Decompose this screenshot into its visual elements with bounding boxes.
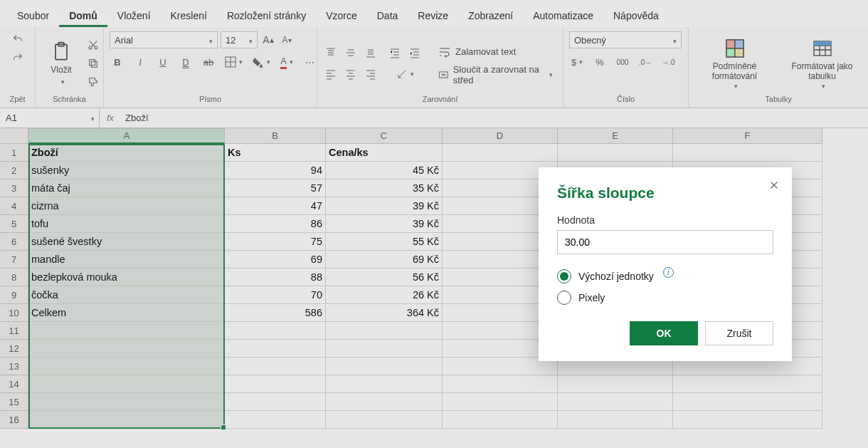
underline-button[interactable]: U <box>155 54 171 70</box>
borders-button[interactable] <box>223 54 244 70</box>
cell-B8[interactable]: 88 <box>225 269 326 286</box>
cell-C4[interactable]: 39 Kč <box>326 197 443 215</box>
menu-tab-soubor[interactable]: Soubor <box>7 3 59 27</box>
copy-button[interactable] <box>85 56 101 71</box>
row-header-8[interactable]: 8 <box>0 269 28 286</box>
col-header-C[interactable]: C <box>326 128 443 144</box>
cell-C13[interactable] <box>326 358 443 375</box>
cell-A15[interactable] <box>28 393 225 411</box>
name-box[interactable]: A1 <box>0 108 100 127</box>
row-header-3[interactable]: 3 <box>0 179 28 197</box>
cell-C1[interactable]: Cena/ks <box>326 144 443 162</box>
format-as-table-button[interactable]: Formátovat jako tabulku <box>782 36 862 90</box>
row-header-10[interactable]: 10 <box>0 304 28 322</box>
cell-B12[interactable] <box>225 340 326 358</box>
redo-button[interactable] <box>10 50 26 66</box>
fill-color-button[interactable] <box>251 54 272 70</box>
cell-B13[interactable] <box>225 358 326 375</box>
percent-button[interactable]: % <box>592 54 608 70</box>
cell-A14[interactable] <box>28 375 225 393</box>
cell-A8[interactable]: bezlepková mouka <box>28 269 225 286</box>
row-header-11[interactable]: 11 <box>0 322 28 340</box>
format-painter-button[interactable] <box>85 74 101 90</box>
cell-F16[interactable] <box>673 411 822 429</box>
col-header-E[interactable]: E <box>558 128 673 144</box>
grow-font-button[interactable]: A▴ <box>260 32 276 48</box>
cancel-button[interactable]: Zrušit <box>705 321 773 345</box>
row-header-5[interactable]: 5 <box>0 215 28 233</box>
cell-C3[interactable]: 35 Kč <box>326 179 443 197</box>
row-header-14[interactable]: 14 <box>0 375 28 393</box>
cell-A4[interactable]: cizrna <box>28 197 225 215</box>
menu-tab-automatizace[interactable]: Automatizace <box>523 3 603 27</box>
cell-C14[interactable] <box>326 375 443 393</box>
font-color-button[interactable]: A <box>279 54 295 70</box>
menu-tab-vzorce[interactable]: Vzorce <box>316 3 367 27</box>
row-header-15[interactable]: 15 <box>0 393 28 411</box>
cell-C10[interactable]: 364 Kč <box>326 304 443 322</box>
italic-button[interactable]: I <box>132 54 148 70</box>
cell-B15[interactable] <box>225 393 326 411</box>
fx-icon[interactable]: fx <box>100 113 121 123</box>
cell-E1[interactable] <box>558 144 673 162</box>
ok-button[interactable]: OK <box>630 321 698 345</box>
conditional-formatting-button[interactable]: Podmíněné formátování <box>694 36 775 90</box>
radio-pixels[interactable]: Pixely <box>557 287 773 308</box>
cell-B4[interactable]: 47 <box>225 197 326 215</box>
cell-B2[interactable]: 94 <box>225 162 326 179</box>
paste-button[interactable]: Vložit <box>41 36 81 90</box>
cell-A10[interactable]: Celkem <box>28 304 225 322</box>
cut-button[interactable] <box>85 37 101 53</box>
cell-C15[interactable] <box>326 393 443 411</box>
row-header-13[interactable]: 13 <box>0 358 28 375</box>
cell-B5[interactable]: 86 <box>225 215 326 233</box>
cell-B14[interactable] <box>225 375 326 393</box>
wrap-text-button[interactable]: Zalamovat text <box>434 42 520 62</box>
width-input[interactable] <box>557 230 773 254</box>
cell-C7[interactable]: 69 Kč <box>326 251 443 269</box>
cell-E14[interactable] <box>558 375 673 393</box>
currency-button[interactable]: $ <box>569 54 585 70</box>
cell-D15[interactable] <box>443 393 558 411</box>
cell-A2[interactable]: sušenky <box>28 162 225 179</box>
align-middle-button[interactable] <box>343 45 359 61</box>
cell-A3[interactable]: máta čaj <box>28 179 225 197</box>
cell-A1[interactable]: Zboží <box>28 144 225 162</box>
strikethrough-button[interactable]: ab <box>201 54 216 70</box>
cell-F1[interactable] <box>673 144 822 162</box>
info-icon[interactable]: i <box>663 267 674 278</box>
align-left-button[interactable] <box>323 66 339 82</box>
cell-C16[interactable] <box>326 411 443 429</box>
cell-B11[interactable] <box>225 322 326 340</box>
cell-A13[interactable] <box>28 358 225 375</box>
row-header-12[interactable]: 12 <box>0 340 28 358</box>
col-header-A[interactable]: A <box>28 128 225 144</box>
col-header-B[interactable]: B <box>225 128 326 144</box>
align-bottom-button[interactable] <box>363 45 379 61</box>
merge-center-button[interactable]: Sloučit a zarovnat na střed <box>434 65 557 85</box>
shrink-font-button[interactable]: A▾ <box>279 32 295 48</box>
font-dialog-button[interactable]: ⋯ <box>302 54 317 70</box>
row-header-1[interactable]: 1 <box>0 144 28 162</box>
close-button[interactable] <box>768 179 780 192</box>
font-size-select[interactable]: 12 <box>221 31 258 48</box>
cell-C5[interactable]: 39 Kč <box>326 215 443 233</box>
increase-indent-button[interactable] <box>407 45 423 61</box>
orientation-button[interactable] <box>395 66 416 82</box>
cell-C11[interactable] <box>326 322 443 340</box>
menu-tab-domů[interactable]: Domů <box>59 3 107 27</box>
row-header-4[interactable]: 4 <box>0 197 28 215</box>
cell-B16[interactable] <box>225 411 326 429</box>
font-name-select[interactable]: Arial <box>110 31 218 48</box>
cell-A7[interactable]: mandle <box>28 251 225 269</box>
cell-A5[interactable]: tofu <box>28 215 225 233</box>
cell-D1[interactable] <box>443 144 558 162</box>
cell-A16[interactable] <box>28 411 225 429</box>
col-header-F[interactable]: F <box>673 128 822 144</box>
cell-A12[interactable] <box>28 340 225 358</box>
cell-B9[interactable]: 70 <box>225 286 326 304</box>
col-header-D[interactable]: D <box>443 128 558 144</box>
cell-D14[interactable] <box>443 375 558 393</box>
cell-E16[interactable] <box>558 411 673 429</box>
cell-A11[interactable] <box>28 322 225 340</box>
